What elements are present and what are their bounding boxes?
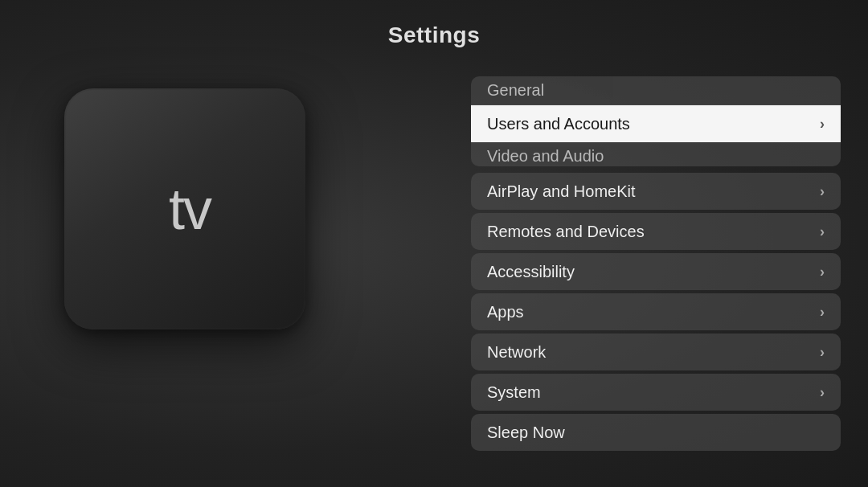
chevron-icon: › — [820, 264, 825, 280]
menu-item-sleep-label: Sleep Now — [487, 424, 565, 442]
chevron-icon: › — [820, 183, 825, 200]
page-title: Settings — [388, 23, 480, 48]
menu-item-video-audio-label: Video and Audio — [487, 147, 604, 166]
menu-item-accessibility-label: Accessibility — [487, 263, 575, 281]
settings-menu: General Users and Accounts › Video and A… — [471, 76, 841, 454]
menu-item-system[interactable]: System › — [471, 374, 841, 411]
chevron-icon: › — [820, 223, 825, 240]
menu-item-system-label: System — [487, 383, 541, 402]
tv-label: tv — [169, 176, 211, 242]
appletv-box: tv — [64, 88, 305, 329]
menu-item-users-accounts[interactable]: Users and Accounts › — [471, 105, 841, 142]
menu-item-users-accounts-label: Users and Accounts — [487, 115, 630, 133]
menu-item-accessibility[interactable]: Accessibility › — [471, 253, 841, 290]
menu-item-apps[interactable]: Apps › — [471, 293, 841, 330]
menu-item-remotes-label: Remotes and Devices — [487, 223, 645, 241]
menu-item-general[interactable]: General — [471, 76, 841, 105]
menu-item-airplay-label: AirPlay and HomeKit — [487, 182, 636, 201]
menu-item-sleep[interactable]: Sleep Now — [471, 414, 841, 451]
menu-item-remotes[interactable]: Remotes and Devices › — [471, 213, 841, 250]
menu-item-network-label: Network — [487, 343, 546, 362]
menu-item-general-label: General — [487, 81, 544, 100]
menu-item-airplay[interactable]: AirPlay and HomeKit › — [471, 173, 841, 210]
regular-menu-items: AirPlay and HomeKit › Remotes and Device… — [471, 173, 841, 451]
menu-item-video-audio[interactable]: Video and Audio — [471, 142, 841, 166]
menu-item-apps-label: Apps — [487, 303, 524, 321]
chevron-icon: › — [820, 344, 825, 361]
chevron-icon: › — [820, 384, 825, 401]
highlighted-group: General Users and Accounts › Video and A… — [471, 76, 841, 166]
appletv-logo: tv — [159, 176, 211, 242]
chevron-icon: › — [820, 304, 825, 321]
chevron-icon: › — [820, 116, 825, 133]
menu-item-network[interactable]: Network › — [471, 334, 841, 370]
device-illustration: tv — [64, 88, 305, 329]
